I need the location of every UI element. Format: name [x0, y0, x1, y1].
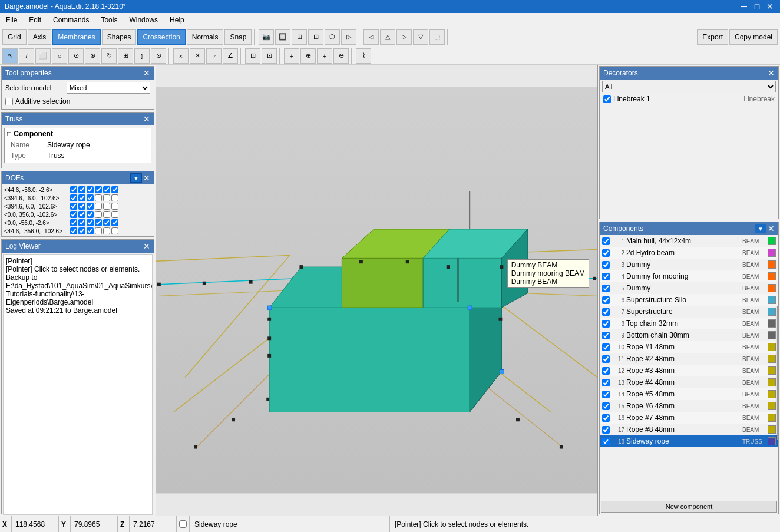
- truss-close[interactable]: ✕: [143, 114, 150, 124]
- dof-6-4[interactable]: [95, 227, 102, 234]
- dofs-dropdown[interactable]: ▼: [130, 173, 142, 183]
- comp-row-17[interactable]: 17 Rope #8 48mm BEAM: [600, 424, 778, 435]
- maximize-button[interactable]: □: [752, 1, 762, 12]
- menu-commands[interactable]: Commands: [47, 13, 95, 27]
- comp-check-16[interactable]: [602, 414, 610, 422]
- tool-21[interactable]: ⌇: [356, 48, 371, 64]
- dof-2-2[interactable]: [78, 194, 85, 201]
- dof-3-1[interactable]: [70, 203, 77, 210]
- comp-row-9[interactable]: 9 Bottom chain 30mm BEAM: [600, 329, 778, 341]
- dof-3-4[interactable]: [95, 203, 102, 210]
- comp-check-10[interactable]: [602, 343, 610, 351]
- dof-1-1[interactable]: [70, 186, 77, 193]
- menu-edit[interactable]: Edit: [23, 13, 47, 27]
- comp-check-14[interactable]: [602, 391, 610, 398]
- comp-row-5[interactable]: 5 Dummy BEAM: [600, 282, 778, 294]
- dof-2-4[interactable]: [95, 194, 102, 201]
- tool-4[interactable]: ○: [52, 48, 67, 64]
- comp-check-5[interactable]: [602, 285, 610, 292]
- dof-1-4[interactable]: [95, 186, 102, 193]
- tool-2[interactable]: /: [19, 48, 34, 64]
- toolbar-snap[interactable]: Snap: [224, 29, 252, 45]
- minimize-button[interactable]: ─: [739, 1, 749, 12]
- comp-row-12[interactable]: 12 Rope #3 48mm BEAM: [600, 365, 778, 376]
- tool-10[interactable]: ⊙: [151, 48, 166, 64]
- dof-1-6[interactable]: [111, 186, 118, 193]
- comp-row-8[interactable]: 8 Top chain 32mm BEAM: [600, 318, 778, 329]
- dof-6-5[interactable]: [103, 227, 110, 234]
- tool-14[interactable]: ∠: [223, 48, 238, 64]
- comp-row-16[interactable]: 16 Rope #7 48mm BEAM: [600, 412, 778, 424]
- tool-13[interactable]: ⟋: [206, 48, 222, 64]
- dof-4-4[interactable]: [95, 211, 102, 218]
- tool-properties-close[interactable]: ✕: [143, 68, 150, 78]
- tool-18[interactable]: ⊕: [300, 48, 316, 64]
- tool-9[interactable]: ⫿: [134, 48, 150, 64]
- dof-4-1[interactable]: [70, 211, 77, 218]
- dof-5-2[interactable]: [78, 219, 85, 226]
- ctx-edit[interactable]: Edit: [778, 425, 778, 440]
- status-checkbox[interactable]: [179, 520, 187, 528]
- dof-6-3[interactable]: [87, 227, 94, 234]
- comp-row-11[interactable]: 11 Rope #2 48mm BEAM: [600, 353, 778, 365]
- ctx-visibility[interactable]: Visibility▶: [778, 335, 778, 349]
- tool-7[interactable]: ↻: [101, 48, 117, 64]
- comp-check-11[interactable]: [602, 355, 610, 363]
- dofs-close[interactable]: ✕: [143, 173, 150, 183]
- toolbar-axis[interactable]: Axis: [28, 29, 52, 45]
- dof-3-5[interactable]: [103, 203, 110, 210]
- camera-btn3[interactable]: ⊡: [292, 29, 307, 45]
- ctx-type[interactable]: Type▶: [778, 320, 778, 335]
- menu-help[interactable]: Help: [164, 13, 190, 27]
- tool-19[interactable]: +: [317, 48, 332, 64]
- viewport[interactable]: Dummy BEAM Dummy mooring BEAM Dummy BEAM: [156, 65, 597, 516]
- comp-row-2[interactable]: 2 2d Hydro beam BEAM: [600, 247, 778, 259]
- camera-btn4[interactable]: ⊞: [308, 29, 323, 45]
- comp-row-13[interactable]: 13 Rope #4 48mm BEAM: [600, 376, 778, 388]
- camera-btn6[interactable]: ▷: [341, 29, 356, 45]
- dof-2-6[interactable]: [111, 194, 118, 201]
- dof-2-1[interactable]: [70, 194, 77, 201]
- ctx-library[interactable]: Library: [778, 411, 778, 425]
- comp-check-4[interactable]: [602, 273, 610, 280]
- toolbar-shapes[interactable]: Shapes: [102, 29, 137, 45]
- comp-row-6[interactable]: 6 Superstructure Silo BEAM: [600, 294, 778, 306]
- comp-row-4[interactable]: 4 Dummy for mooring BEAM: [600, 270, 778, 282]
- dof-3-2[interactable]: [78, 203, 85, 210]
- menu-file[interactable]: File: [0, 13, 23, 27]
- comp-check-2[interactable]: [602, 249, 610, 257]
- menu-tools[interactable]: Tools: [95, 13, 123, 27]
- close-button[interactable]: ✕: [765, 1, 775, 12]
- ctx-delete[interactable]: Delete: [778, 397, 778, 411]
- tool-16[interactable]: ⊡: [262, 48, 277, 64]
- copy-model-button[interactable]: Copy model: [729, 29, 778, 45]
- additive-selection-checkbox[interactable]: [5, 98, 13, 105]
- menu-windows[interactable]: Windows: [123, 13, 164, 27]
- dof-4-6[interactable]: [111, 211, 118, 218]
- tool-11[interactable]: ×: [173, 48, 189, 64]
- dof-6-6[interactable]: [111, 227, 118, 234]
- comp-check-12[interactable]: [602, 367, 610, 375]
- comp-row-18[interactable]: 18 Sideway rope TRUSS: [600, 435, 778, 447]
- view-btn2[interactable]: △: [380, 29, 395, 45]
- dof-4-3[interactable]: [87, 211, 94, 218]
- components-menu-btn[interactable]: ▼: [755, 224, 766, 233]
- comp-check-9[interactable]: [602, 332, 610, 339]
- toolbar-normals[interactable]: Normals: [187, 29, 224, 45]
- ctx-set-name[interactable]: Set name: [778, 306, 778, 320]
- pointer-tool[interactable]: ↖: [2, 48, 18, 64]
- camera-btn1[interactable]: 📷: [259, 29, 274, 45]
- view-btn3[interactable]: ▷: [396, 29, 412, 45]
- ctx-lock[interactable]: Lock: [778, 352, 778, 366]
- export-button[interactable]: Export: [697, 29, 728, 45]
- dof-5-1[interactable]: [70, 219, 77, 226]
- comp-check-15[interactable]: [602, 402, 610, 410]
- dof-2-5[interactable]: [103, 194, 110, 201]
- new-component-button[interactable]: New component: [601, 501, 777, 513]
- dof-6-2[interactable]: [78, 227, 85, 234]
- tool-5[interactable]: ⊙: [68, 48, 84, 64]
- dof-2-3[interactable]: [87, 194, 94, 201]
- tool-8[interactable]: ⊞: [118, 48, 133, 64]
- tool-15[interactable]: ⊡: [245, 48, 260, 64]
- toolbar-crossection[interactable]: Crossection: [137, 29, 185, 45]
